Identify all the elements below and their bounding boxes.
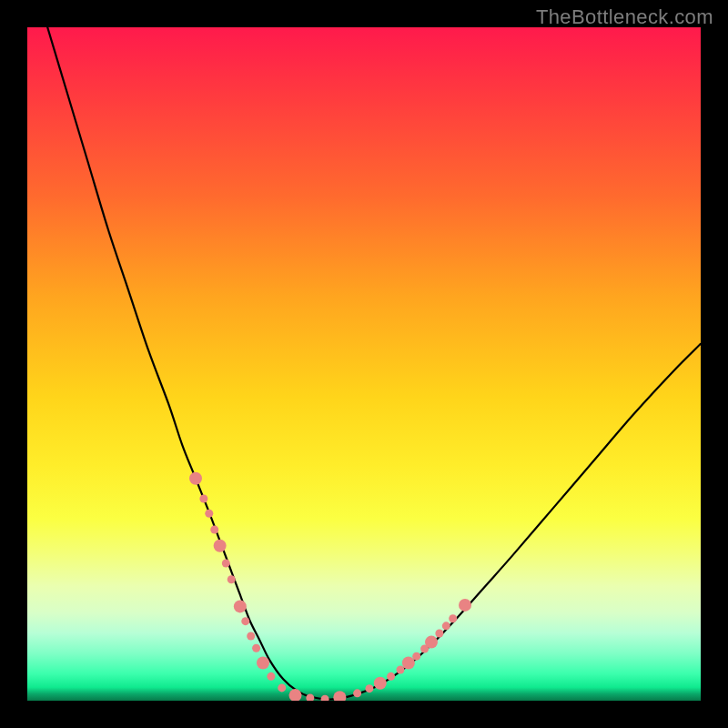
plot-area (27, 27, 701, 701)
chart-stage: TheBottleneck.com (0, 0, 728, 728)
highlight-point (449, 614, 457, 622)
highlight-point (278, 683, 286, 692)
highlight-point (353, 689, 361, 697)
highlight-point (214, 540, 227, 552)
highlight-point (402, 657, 415, 670)
highlight-point (459, 599, 471, 612)
highlight-point (425, 636, 438, 649)
highlight-point (252, 644, 260, 652)
chart-overlay (27, 27, 701, 701)
highlight-point (333, 691, 346, 701)
highlight-point (257, 657, 269, 670)
highlight-point (365, 684, 373, 693)
highlight-point (267, 672, 275, 681)
highlight-point (241, 617, 249, 625)
highlight-point (222, 560, 230, 568)
highlight-point (289, 689, 302, 701)
watermark-text: TheBottleneck.com (536, 5, 713, 29)
highlight-point (374, 677, 387, 690)
highlight-point (435, 630, 443, 638)
highlight-point (247, 632, 255, 640)
highlight-point (189, 472, 202, 485)
highlight-point (199, 495, 207, 503)
highlight-points (189, 472, 471, 701)
highlight-point (396, 665, 404, 673)
highlight-point (442, 622, 450, 630)
curve-line (47, 27, 701, 700)
highlight-point (205, 510, 213, 518)
highlight-point (412, 652, 420, 661)
highlight-point (321, 695, 329, 701)
highlight-point (234, 600, 247, 612)
highlight-point (210, 526, 218, 534)
highlight-point (387, 672, 395, 681)
highlight-point (228, 575, 236, 583)
